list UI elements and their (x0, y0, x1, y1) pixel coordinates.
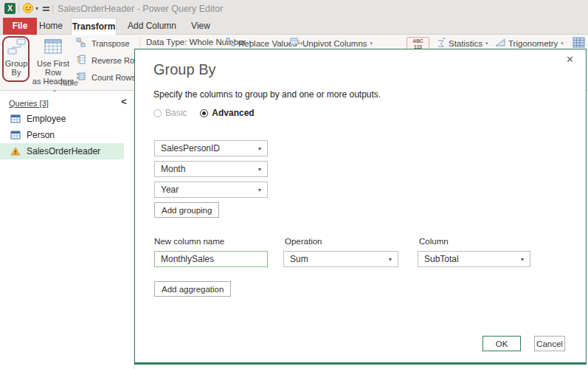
group-by-label2: By (12, 68, 21, 77)
smiley-mouth (25, 6, 31, 10)
mode-radio-group: Basic Advanced (153, 108, 255, 118)
advanced-radio[interactable] (200, 109, 208, 117)
table-icon (10, 114, 21, 123)
collapse-pane-icon[interactable]: < (121, 96, 127, 107)
dialog-subtitle: Specify the columns to group by and one … (153, 89, 381, 100)
new-column-name-label: New column name (154, 237, 224, 246)
ribbon-tab-bar: File Home Transform Add Column View (0, 18, 588, 35)
feedback-smiley-icon[interactable] (23, 3, 33, 13)
new-column-name-input[interactable] (154, 251, 268, 267)
basic-radio[interactable] (153, 109, 162, 117)
tab-home[interactable]: Home (35, 18, 66, 35)
unpivot-columns-button[interactable]: Unpivot Columns ▾ (290, 38, 373, 49)
transpose-button[interactable]: Transpose (76, 38, 130, 49)
table-group-label: Table (0, 78, 137, 87)
chevron-down-icon[interactable]: ▾ (35, 5, 38, 12)
chevron-down-icon: ▾ (485, 41, 488, 46)
cancel-button[interactable]: Cancel (534, 336, 565, 351)
chevron-down-icon: ▾ (389, 256, 392, 263)
advanced-radio-label: Advanced (212, 108, 254, 118)
trigonometry-button[interactable]: Trigonometry ▾ (495, 38, 564, 49)
dialog-title: Group By (153, 61, 215, 78)
chevron-down-icon: ▾ (258, 187, 261, 193)
title-bar: X ▾ SalesOrderHeader - Power Query Edito… (0, 0, 588, 18)
column-dropdown[interactable]: SubTotal ▾ (418, 251, 530, 267)
grouping-dropdown-3[interactable]: Year ▾ (154, 182, 268, 198)
query-item-salesorderheader[interactable]: SalesOrderHeader (0, 143, 124, 159)
transpose-icon (76, 38, 89, 49)
power-query-editor-window: X ▾ SalesOrderHeader - Power Query Edito… (0, 0, 588, 369)
reverse-rows-icon (76, 55, 89, 66)
add-aggregation-button[interactable]: Add aggregation (154, 281, 231, 297)
warning-icon (10, 147, 21, 156)
tab-file[interactable]: File (3, 18, 37, 35)
grouping-value: Year (161, 184, 179, 195)
add-grouping-button[interactable]: Add grouping (154, 202, 219, 218)
transpose-label: Transpose (91, 39, 130, 48)
excel-app-icon: X (4, 3, 15, 14)
group-by-label: Group (5, 59, 28, 68)
ok-button[interactable]: OK (482, 336, 521, 351)
group-by-button[interactable]: Group By (4, 38, 28, 77)
replace-values-label: Replace Values (238, 39, 297, 48)
statistics-icon (436, 38, 446, 49)
operation-label: Operation (285, 237, 322, 246)
queries-pane: Queries [3] < Employee Person (0, 92, 134, 369)
chevron-down-icon: ▾ (258, 166, 261, 173)
operation-dropdown[interactable]: Sum ▾ (283, 251, 398, 267)
unpivot-columns-icon (290, 38, 300, 49)
table-headers-icon (44, 48, 63, 57)
query-name: SalesOrderHeader (27, 146, 100, 156)
ufr-label: Use First Row (37, 59, 69, 77)
chevron-down-icon: ▾ (258, 145, 261, 152)
table-icon (10, 131, 21, 139)
query-item-person[interactable]: Person (0, 127, 134, 143)
tab-add-column[interactable]: Add Column (121, 18, 183, 35)
close-icon[interactable]: ✕ (566, 54, 574, 65)
group-by-icon (7, 48, 27, 57)
statistics-button[interactable]: Statistics ▾ (436, 38, 488, 49)
queries-pane-header: Queries [3] (9, 99, 49, 108)
ribbon-display-options-icon[interactable] (43, 7, 49, 13)
trigonometry-label: Trigonometry (508, 39, 558, 48)
unpivot-columns-label: Unpivot Columns (302, 39, 367, 48)
group-by-dialog: ✕ Group By Specify the columns to group … (134, 49, 587, 365)
chevron-down-icon: ▾ (370, 41, 373, 46)
tab-view[interactable]: View (186, 18, 215, 35)
basic-radio-label: Basic (165, 108, 187, 118)
divider (18, 4, 19, 13)
column-value: SubTotal (424, 254, 459, 264)
grouping-dropdown-1[interactable]: SalesPersonID ▾ (154, 140, 268, 156)
abc-icon: ABC (407, 38, 429, 44)
query-item-employee[interactable]: Employee (0, 111, 134, 127)
use-first-row-button[interactable]: Use First Row as Headers ▾ (32, 38, 75, 96)
query-name: Employee (27, 114, 66, 124)
trigonometry-icon (495, 38, 506, 49)
chevron-down-icon: ▾ (561, 41, 564, 46)
grouping-value: Month (161, 164, 185, 174)
replace-values-icon (226, 38, 236, 49)
statistics-label: Statistics (449, 39, 482, 48)
window-title: SalesOrderHeader - Power Query Editor (58, 4, 223, 14)
grouping-dropdown-2[interactable]: Month ▾ (154, 161, 268, 177)
chevron-down-icon: ▾ (521, 256, 524, 263)
operation-value: Sum (290, 254, 308, 264)
divider (52, 4, 53, 13)
grouping-value: SalesPersonID (161, 143, 220, 154)
tab-transform[interactable]: Transform (71, 18, 117, 35)
column-label: Column (419, 237, 449, 246)
query-name: Person (27, 130, 55, 140)
